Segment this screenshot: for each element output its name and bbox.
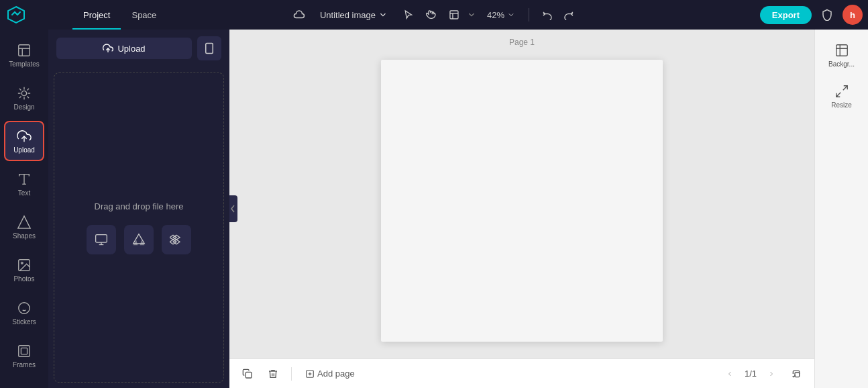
upload-panel: Upload Drag and drop file here: [48, 30, 229, 388]
svg-rect-13: [19, 345, 30, 356]
prev-page-btn[interactable]: [720, 365, 739, 383]
bottom-divider: [291, 367, 292, 381]
add-page-label: Add page: [317, 369, 355, 379]
svg-rect-14: [21, 348, 27, 354]
export-button[interactable]: Export: [760, 6, 812, 24]
undo-redo-group: [537, 5, 579, 25]
canvas-area: Page 1: [229, 30, 814, 388]
upload-button-label: Upload: [117, 44, 145, 54]
mobile-upload-button[interactable]: [197, 36, 221, 60]
source-icons-group: [87, 225, 191, 254]
top-bar-left: Project Space: [5, 0, 167, 30]
sidebar-item-label: Design: [13, 103, 34, 111]
sidebar-item-frames[interactable]: Frames: [4, 336, 44, 376]
sidebar-item-label: Stickers: [12, 318, 36, 326]
svg-rect-26: [836, 45, 847, 56]
pointer-tool-btn[interactable]: [398, 5, 419, 25]
svg-point-6: [21, 91, 26, 95]
sidebar-item-upload[interactable]: Upload: [4, 121, 44, 161]
bottom-bar: Add page 1/1: [229, 358, 814, 388]
zoom-level-text: 42%: [487, 10, 504, 20]
sidebar-item-label: Templates: [9, 60, 40, 68]
add-page-button[interactable]: Add page: [300, 366, 360, 381]
right-panel-resize[interactable]: Resize: [820, 79, 863, 114]
sidebar-item-label: Photos: [13, 275, 34, 283]
svg-point-12: [19, 302, 30, 313]
sidebar-item-label: Text: [18, 189, 30, 197]
app-logo[interactable]: [5, 4, 27, 26]
canvas-workspace[interactable]: Page 1: [229, 30, 814, 358]
panel-collapse-handle[interactable]: [229, 195, 237, 222]
computer-source-btn[interactable]: [87, 225, 116, 254]
canvas-page[interactable]: [381, 60, 663, 342]
svg-rect-18: [96, 234, 107, 242]
top-bar-center: Untitled image: [289, 5, 579, 25]
page-label: Page 1: [509, 38, 535, 47]
top-bar: Project Space Untitled image: [0, 0, 868, 30]
toolbar-divider: [529, 8, 529, 21]
sidebar-item-label: Upload: [13, 146, 35, 154]
doc-title-text: Untitled image: [320, 10, 376, 20]
google-drive-source-btn[interactable]: [124, 225, 154, 254]
user-avatar[interactable]: h: [843, 5, 863, 25]
tab-project[interactable]: Project: [72, 0, 121, 30]
sidebar-item-label: Shapes: [13, 232, 36, 240]
page-info: 1/1: [745, 369, 757, 379]
sidebar-item-stickers[interactable]: Stickers: [4, 293, 44, 333]
svg-rect-3: [19, 44, 30, 56]
sidebar-item-text[interactable]: Text: [4, 164, 44, 204]
sidebar-item-design[interactable]: Design: [4, 78, 44, 118]
sidebar-item-photos[interactable]: Photos: [4, 250, 44, 290]
sidebar-item-label: Frames: [13, 361, 36, 369]
tab-space[interactable]: Space: [121, 0, 167, 30]
main-content: Templates Design Upload Text: [0, 30, 868, 388]
drag-drop-text: Drag and drop file here: [95, 201, 184, 211]
duplicate-page-btn[interactable]: [237, 364, 258, 384]
dropbox-source-btn[interactable]: [162, 225, 191, 254]
right-panel: Backgr... Resize: [814, 30, 868, 388]
pan-tool-btn[interactable]: [421, 5, 441, 25]
delete-page-btn[interactable]: [263, 364, 283, 384]
svg-point-11: [21, 262, 23, 264]
drop-zone[interactable]: Drag and drop file here: [54, 72, 224, 383]
next-page-btn[interactable]: [762, 365, 781, 383]
top-bar-right: Export h: [760, 5, 863, 25]
svg-rect-0: [450, 11, 458, 19]
right-panel-background[interactable]: Backgr...: [820, 38, 863, 73]
toolbar-icons: [398, 5, 476, 25]
undo-button[interactable]: [537, 5, 557, 25]
right-panel-resize-label: Resize: [831, 101, 852, 109]
pagination: 1/1: [720, 364, 806, 384]
shield-icon-btn[interactable]: [817, 5, 837, 25]
sidebar-item-templates[interactable]: Templates: [4, 35, 44, 75]
sidebar-item-shapes[interactable]: Shapes: [4, 207, 44, 247]
upload-file-button[interactable]: Upload: [56, 38, 192, 59]
right-panel-background-label: Backgr...: [828, 60, 855, 68]
layout-tool-btn[interactable]: [444, 5, 464, 25]
top-tabs: Project Space: [72, 0, 167, 30]
redo-button[interactable]: [559, 5, 579, 25]
zoom-button[interactable]: 42%: [482, 7, 521, 23]
svg-rect-25: [795, 373, 800, 377]
svg-rect-21: [246, 372, 252, 378]
trash-btn[interactable]: [786, 364, 806, 384]
doc-title-button[interactable]: Untitled image: [315, 7, 393, 23]
panel-header: Upload: [48, 30, 229, 67]
layout-dropdown-icon: [467, 10, 476, 19]
left-sidebar: Templates Design Upload Text: [0, 30, 48, 388]
cloud-icon-btn[interactable]: [289, 5, 309, 25]
